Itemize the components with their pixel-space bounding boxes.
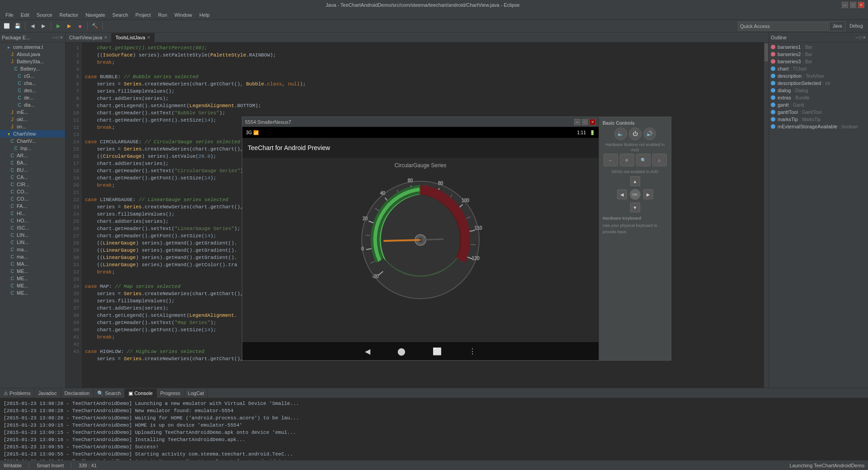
tree-item[interactable]: C ma... — [0, 246, 65, 253]
tab-toolslist[interactable]: ToolsListJava ✕ — [112, 33, 155, 42]
tree-item[interactable]: C cG... — [0, 72, 65, 80]
outline-item-chart[interactable]: chart : TChart — [769, 65, 868, 72]
search-hw-button[interactable]: 🔍 — [636, 154, 651, 166]
tree-item[interactable]: J okl... — [0, 116, 65, 123]
tree-item[interactable]: C LIN... — [0, 239, 65, 246]
tab-console[interactable]: ▣ Console — [125, 389, 156, 398]
outline-maximize-button[interactable]: □ — [859, 35, 862, 40]
tree-item-chartview[interactable]: ▾ ChartView — [0, 130, 65, 137]
back-hw-button[interactable]: ← — [604, 154, 618, 166]
tree-item[interactable]: C CO... — [0, 195, 65, 202]
outline-item-descriptionselected[interactable]: descriptionSelected : int — [769, 80, 868, 87]
android-recents-button[interactable]: ⬜ — [433, 347, 442, 356]
tree-item[interactable]: C CO... — [0, 188, 65, 195]
emulator-close-button[interactable]: ✕ — [590, 119, 596, 125]
tab-close-icon[interactable]: ✕ — [147, 35, 151, 40]
panel-maximize-button[interactable]: □ — [57, 35, 59, 40]
close-button[interactable]: ✕ — [858, 2, 864, 8]
menu-search[interactable]: Search — [109, 11, 132, 19]
tab-javadoc[interactable]: Javadoc — [35, 389, 61, 398]
dpad-up-button[interactable]: ▲ — [630, 176, 640, 186]
android-menu-button[interactable]: ⋮ — [469, 347, 476, 356]
android-home-button[interactable]: ⬤ — [397, 347, 406, 356]
tree-item[interactable]: C FA... — [0, 202, 65, 210]
forward-button[interactable]: ▶ — [38, 21, 48, 31]
build-button[interactable]: 🔨 — [90, 21, 100, 31]
emulator-minimize-button[interactable]: ─ — [574, 119, 580, 125]
tree-item[interactable]: C ME... — [0, 268, 65, 275]
tree-item[interactable]: C des... — [0, 87, 65, 94]
outline-minimize-button[interactable]: ─ — [855, 35, 858, 40]
tree-item[interactable]: C MA... — [0, 260, 65, 268]
tab-close-icon[interactable]: ✕ — [104, 35, 108, 40]
tab-progress[interactable]: Progress — [157, 389, 184, 398]
tree-item[interactable]: C ME... — [0, 275, 65, 282]
tab-declaration[interactable]: Declaration — [61, 389, 94, 398]
debug-perspective-button[interactable]: Debug — [846, 21, 866, 31]
tree-item[interactable]: C cha... — [0, 80, 65, 87]
menu-source[interactable]: Source — [33, 11, 56, 19]
back-button[interactable]: ◀ — [28, 21, 38, 31]
java-perspective-button[interactable]: Java — [829, 21, 845, 31]
outline-item-markstip[interactable]: marksTip : MarksTip — [769, 116, 868, 123]
outline-item-barseries3[interactable]: barseries3 : Bar — [769, 58, 868, 65]
home-hw-button[interactable]: ⌂ — [652, 154, 667, 166]
panel-minimize-button[interactable]: ─ — [52, 35, 55, 40]
tree-item[interactable]: C HO... — [0, 217, 65, 224]
tree-item[interactable]: J mE... — [0, 108, 65, 116]
dpad-left-button[interactable]: ◀ — [617, 189, 627, 199]
panel-close-button[interactable]: ✕ — [60, 35, 63, 40]
maximize-button[interactable]: □ — [850, 2, 856, 8]
power-button[interactable]: ⏻ — [629, 127, 642, 140]
editor-scrollbar[interactable] — [764, 42, 769, 388]
tab-problems[interactable]: ⚠ Problems — [0, 389, 35, 398]
tree-item[interactable]: C AR... — [0, 152, 65, 159]
tab-search[interactable]: 🔍 Search — [94, 389, 125, 398]
minimize-button[interactable]: ─ — [842, 2, 848, 8]
tree-item[interactable]: C CIR... — [0, 181, 65, 188]
tree-item[interactable]: J on... — [0, 123, 65, 130]
tree-item[interactable]: J BatterySta... — [0, 58, 65, 65]
dpad-right-button[interactable]: ▶ — [643, 189, 653, 199]
outline-item-dialog[interactable]: dialog : Dialog — [769, 87, 868, 94]
tree-item[interactable]: C ma... — [0, 253, 65, 260]
menu-hw-button[interactable]: ≡ — [620, 154, 634, 166]
tree-item[interactable]: C BA... — [0, 159, 65, 166]
tree-item[interactable]: C dia... — [0, 101, 65, 108]
outline-item-barseries2[interactable]: barseries2 : Bar — [769, 51, 868, 58]
android-back-button[interactable]: ◀ — [365, 347, 370, 356]
scrollbar-thumb[interactable] — [764, 43, 768, 61]
menu-help[interactable]: Help — [196, 11, 213, 19]
quick-access-input[interactable]: Quick Access — [738, 22, 828, 31]
tree-item[interactable]: C ISC... — [0, 224, 65, 231]
tree-item[interactable]: C de... — [0, 94, 65, 101]
menu-project[interactable]: Project — [132, 11, 154, 19]
tree-item[interactable]: C Inp... — [0, 145, 65, 152]
stop-button[interactable]: ■ — [75, 21, 85, 31]
run-button[interactable]: ▶ — [53, 21, 63, 31]
tree-item[interactable]: C LIN... — [0, 231, 65, 239]
tree-item[interactable]: C Battery... — [0, 65, 65, 72]
menu-navigate[interactable]: Navigate — [82, 11, 108, 19]
dpad-down-button[interactable]: ▼ — [630, 202, 640, 212]
menu-window[interactable]: Window — [171, 11, 196, 19]
tree-item[interactable]: C HI... — [0, 210, 65, 217]
debug-run-button[interactable]: ▶ — [64, 21, 74, 31]
outline-item-gantttool[interactable]: ganttTool : GanttTool — [769, 108, 868, 116]
tree-item[interactable]: C BU... — [0, 166, 65, 174]
tree-item[interactable]: C ME... — [0, 282, 65, 289]
outline-item-description[interactable]: description : TextView — [769, 72, 868, 80]
outline-item-barseries1[interactable]: barseries1 : Bar — [769, 43, 868, 51]
outline-item-gantt[interactable]: gantt : Gantt — [769, 101, 868, 108]
tab-chartview[interactable]: ChartView.java ✕ — [66, 33, 112, 42]
menu-edit[interactable]: Edit — [17, 11, 33, 19]
tree-item[interactable]: C ChartV... — [0, 137, 65, 145]
menu-refactor[interactable]: Refactor — [56, 11, 82, 19]
outline-item-extras[interactable]: extras : Bundle — [769, 94, 868, 101]
new-button[interactable]: ⬜ — [2, 21, 12, 31]
tree-item[interactable]: ▸ com.steema.t — [0, 43, 65, 51]
emulator-maximize-button[interactable]: □ — [582, 119, 588, 125]
tree-item[interactable]: C ME... — [0, 289, 65, 296]
outline-item-mexternalstorage[interactable]: mExternalStorageAvailable : boolean — [769, 123, 868, 130]
menu-run[interactable]: Run — [155, 11, 171, 19]
